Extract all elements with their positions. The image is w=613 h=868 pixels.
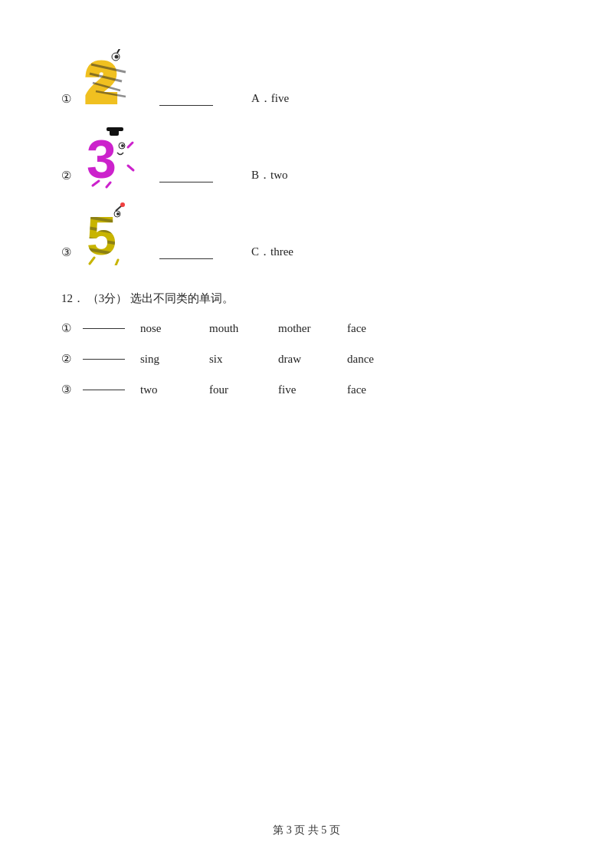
match-item-3: ③ 5 5	[61, 199, 552, 268]
question-12-header: 12． （3分） 选出不同类的单词。	[61, 291, 552, 306]
svg-line-15	[128, 143, 133, 147]
number-image-5: 5 5	[83, 203, 136, 265]
word-2-3: draw	[278, 353, 347, 366]
matching-section: ① 2 2	[61, 46, 552, 268]
word-3-4: face	[347, 383, 416, 396]
number-image-2: 2 2	[83, 50, 136, 111]
odd-item-3: ③ two four five face	[61, 383, 552, 396]
match-item-2: ② 3	[61, 123, 552, 192]
svg-line-16	[128, 166, 133, 170]
answer-line-3[interactable]	[159, 258, 213, 259]
odd-number-2: ②	[61, 352, 77, 366]
word-3-1: two	[140, 383, 209, 396]
odd-number-1: ①	[61, 321, 77, 335]
item-number-2: ②	[61, 169, 77, 192]
number-image-3: 3	[83, 127, 136, 188]
odd-words-3: two four five face	[140, 383, 416, 396]
word-1-4: face	[347, 322, 416, 335]
odd-item-1: ① nose mouth mother face	[61, 321, 552, 335]
answer-line-1[interactable]	[159, 105, 213, 106]
match-choice-2: B．two	[251, 168, 288, 192]
odd-answer-line-3[interactable]	[83, 390, 125, 390]
svg-line-27	[116, 205, 122, 211]
question-12-label: 12．	[61, 292, 84, 304]
odd-words-1: nose mouth mother face	[140, 322, 416, 335]
word-1-3: mother	[278, 322, 347, 335]
svg-point-14	[121, 144, 124, 147]
word-2-4: dance	[347, 353, 416, 366]
item-number-3: ③	[61, 245, 77, 268]
odd-answer-line-2[interactable]	[83, 359, 125, 360]
odd-answer-line-1[interactable]	[83, 328, 125, 329]
word-3-3: five	[278, 383, 347, 396]
match-choice-3: C．three	[251, 245, 293, 268]
match-item-1: ① 2 2	[61, 46, 552, 115]
svg-text:5: 5	[87, 206, 116, 265]
page-footer: 第 3 页 共 5 页	[0, 824, 613, 837]
question-12-instruction: 选出不同类的单词。	[130, 292, 234, 304]
odd-item-2: ② sing six draw dance	[61, 352, 552, 366]
odd-words-2: sing six draw dance	[140, 353, 416, 366]
word-1-1: nose	[140, 322, 209, 335]
svg-line-8	[117, 49, 120, 53]
match-choice-1: A．five	[251, 91, 289, 115]
svg-point-28	[120, 202, 125, 207]
odd-number-3: ③	[61, 383, 77, 396]
svg-point-7	[115, 55, 119, 59]
page-number: 第 3 页 共 5 页	[273, 824, 340, 836]
question-12-score: （3分）	[87, 292, 128, 304]
answer-line-2[interactable]	[159, 182, 213, 182]
svg-rect-12	[110, 130, 119, 136]
item-number-1: ①	[61, 92, 77, 115]
svg-text:3: 3	[87, 130, 116, 189]
word-2-2: six	[209, 353, 278, 366]
svg-point-26	[116, 212, 120, 215]
svg-text:2: 2	[87, 53, 116, 112]
word-1-2: mouth	[209, 322, 278, 335]
page: ① 2 2	[0, 0, 613, 868]
word-2-1: sing	[140, 353, 209, 366]
word-3-2: four	[209, 383, 278, 396]
question-12-section: 12． （3分） 选出不同类的单词。 ① nose mouth mother f…	[61, 291, 552, 396]
